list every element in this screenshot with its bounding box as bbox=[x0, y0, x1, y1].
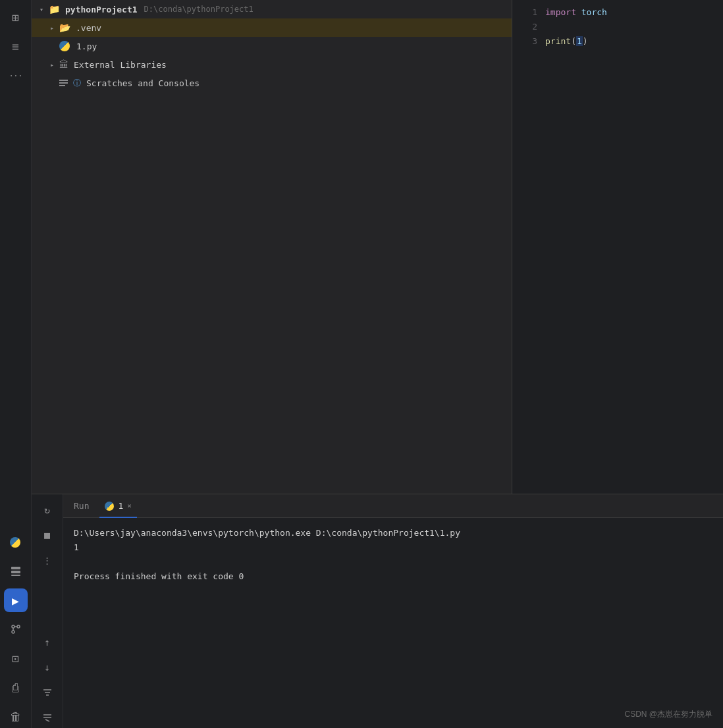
run-tab-1[interactable]: 1 × bbox=[99, 494, 136, 518]
editor-content: 1 2 3 import torch print(1) bbox=[512, 0, 723, 494]
project-name: pythonProject1 bbox=[65, 5, 138, 14]
line-num-3: 3 bbox=[512, 34, 537, 49]
line-num-2: 2 bbox=[512, 20, 537, 34]
file-tree: ▾ 📁 pythonProject1 D:\conda\pythonProjec… bbox=[32, 0, 512, 494]
run-label: Run bbox=[68, 494, 94, 518]
project-root[interactable]: ▾ 📁 pythonProject1 D:\conda\pythonProjec… bbox=[32, 0, 512, 18]
venv-folder[interactable]: ▸ 📂 .venv bbox=[32, 18, 512, 37]
chevron-right-icon: ▸ bbox=[47, 24, 57, 32]
scroll-up-button[interactable]: ↑ bbox=[37, 632, 58, 653]
more-options-button[interactable]: ⋮ bbox=[37, 550, 58, 571]
terminal-output: D:\Users\jay\anaconda3\envs\pytorch\pyth… bbox=[63, 518, 723, 728]
project-icon[interactable]: ⊞ bbox=[4, 5, 28, 29]
run-tabs: Run 1 × bbox=[63, 494, 723, 518]
py-file[interactable]: 1.py bbox=[32, 37, 512, 55]
run-content: Run 1 × D:\Users\jay\anaconda3\envs\pyto… bbox=[63, 494, 723, 728]
more-icon[interactable]: ··· bbox=[4, 63, 28, 87]
svg-rect-0 bbox=[11, 567, 20, 569]
filter-button[interactable] bbox=[37, 682, 58, 703]
svg-point-5 bbox=[12, 631, 14, 633]
line-numbers: 1 2 3 bbox=[512, 3, 545, 494]
git-icon[interactable] bbox=[4, 617, 28, 641]
main-area: ▾ 📁 pythonProject1 D:\conda\pythonProjec… bbox=[32, 0, 723, 728]
number-1: 1 bbox=[576, 36, 583, 46]
library-icon: 🏛 bbox=[59, 59, 68, 70]
terminal-blank-line bbox=[74, 555, 712, 569]
chevron-down-icon: ▾ bbox=[37, 6, 46, 13]
scratches-consoles[interactable]: ▸ ⓘ Scratches and Consoles bbox=[32, 74, 512, 92]
run-tab-name: 1 bbox=[118, 501, 123, 511]
spacer2: ▸ bbox=[47, 80, 57, 87]
layers-icon[interactable] bbox=[4, 559, 28, 583]
code-content[interactable]: import torch print(1) bbox=[545, 3, 723, 494]
run-icon[interactable]: ▶ bbox=[4, 588, 28, 612]
structure-icon[interactable]: ≡ bbox=[4, 34, 28, 58]
keyword-torch: torch bbox=[581, 7, 607, 17]
external-libraries[interactable]: ▸ 🏛 External Libraries bbox=[32, 55, 512, 74]
py-file-label: 1.py bbox=[76, 41, 97, 51]
run-tab-icon bbox=[105, 502, 114, 511]
scratches-label: Scratches and Consoles bbox=[86, 78, 200, 88]
keyword-print: print bbox=[545, 36, 571, 46]
python-interpreter-icon[interactable] bbox=[4, 531, 28, 554]
scroll-down-button[interactable]: ↓ bbox=[37, 657, 58, 678]
top-section: ▾ 📁 pythonProject1 D:\conda\pythonProjec… bbox=[32, 0, 723, 494]
svg-rect-2 bbox=[11, 575, 20, 576]
venv-label: .venv bbox=[76, 23, 101, 33]
left-icon-bar: ⊞ ≡ ··· ▶ ⊡ ⎙ 🗑 bbox=[0, 0, 32, 728]
collapse-button[interactable] bbox=[37, 707, 58, 728]
terminal-exit-code: Process finished with exit code 0 bbox=[74, 569, 712, 584]
editor-area: 1 2 3 import torch print(1) bbox=[512, 0, 723, 494]
run-panel: ↻ ■ ⋮ ↑ ↓ bbox=[32, 494, 723, 728]
line-num-1: 1 bbox=[512, 5, 537, 20]
python-file-icon bbox=[59, 41, 70, 51]
scratches-badge: ⓘ bbox=[73, 78, 81, 89]
terminal2-icon[interactable]: ⊡ bbox=[4, 646, 28, 670]
folder-icon: 📁 bbox=[49, 4, 60, 14]
paren-close: ) bbox=[583, 36, 588, 46]
code-line-2 bbox=[545, 20, 723, 34]
svg-line-11 bbox=[45, 719, 49, 721]
watermark: CSDN @杰崽在努力脱单 bbox=[624, 707, 712, 721]
delete-icon[interactable]: 🗑 bbox=[4, 704, 28, 728]
printer-icon[interactable]: ⎙ bbox=[4, 675, 28, 699]
svg-point-3 bbox=[12, 625, 14, 628]
keyword-import: import bbox=[545, 7, 576, 17]
code-line-3: print(1) bbox=[545, 34, 723, 49]
svg-rect-1 bbox=[11, 571, 20, 573]
venv-folder-icon: 📂 bbox=[59, 22, 70, 33]
terminal-output-1: 1 bbox=[74, 540, 712, 555]
code-line-1: import torch bbox=[545, 5, 723, 20]
external-libraries-label: External Libraries bbox=[74, 60, 167, 70]
tab-close-button[interactable]: × bbox=[127, 502, 132, 510]
paren-open: ( bbox=[571, 36, 576, 46]
run-toolbar: ↻ ■ ⋮ ↑ ↓ bbox=[32, 494, 63, 728]
scratches-icon bbox=[59, 80, 68, 86]
svg-point-4 bbox=[17, 625, 20, 628]
terminal-command: D:\Users\jay\anaconda3\envs\pytorch\pyth… bbox=[74, 526, 712, 540]
project-path: D:\conda\pythonProject1 bbox=[144, 5, 254, 14]
stop-button[interactable]: ■ bbox=[37, 525, 58, 546]
rerun-button[interactable]: ↻ bbox=[37, 500, 58, 521]
chevron-right-icon-ext: ▸ bbox=[47, 61, 57, 68]
